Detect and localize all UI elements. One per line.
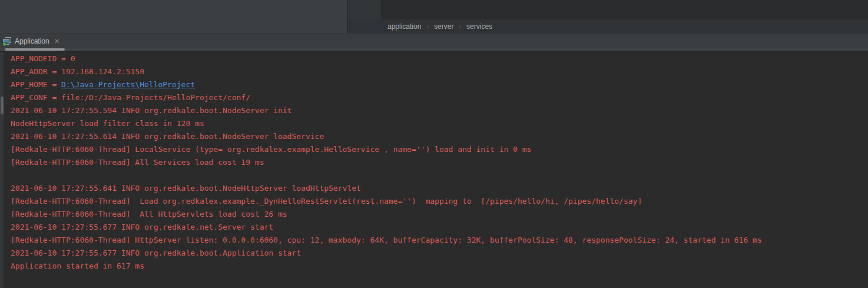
console-line: 2021-06-10 17:27:55.614 INFO org.redkale… [11, 130, 868, 143]
breadcrumb-item-services[interactable]: services [466, 22, 492, 31]
run-tool-window-tab-bar: Application ✕ [0, 34, 868, 52]
console-line: APP_ADDR = 192.168.124.2:5150 [11, 65, 868, 78]
console-line: [Redkale-HTTP:6060-Thread] LocalService … [11, 143, 868, 156]
log-text: APP_NODEID = 0 [11, 54, 75, 63]
log-text: APP_CONF = file:/D:/Java-Projects/HelloP… [11, 93, 250, 102]
log-text: [Redkale-HTTP:6060-Thread] LocalService … [11, 145, 531, 154]
breadcrumb: application›server›services [348, 19, 868, 34]
console-line: 2021-06-10 17:27:55.677 INFO org.redkale… [11, 247, 868, 260]
log-text: APP_ADDR = 192.168.124.2:5150 [11, 67, 144, 76]
console-left-scrollbar-thumb[interactable] [1, 97, 4, 114]
console-line: [Redkale-HTTP:6060-Thread] Load org.redk… [11, 195, 868, 208]
tabs-scrollbar-track [0, 48, 868, 51]
console-line: [Redkale-HTTP:6060-Thread] All HttpServl… [11, 208, 868, 221]
file-path-link[interactable]: D:\Java-Projects\HelloProject [61, 80, 195, 89]
log-text: APP_HOME = [11, 80, 61, 89]
console-line: 2021-06-10 17:27:55.677 INFO org.redkale… [11, 221, 868, 234]
log-text: [Redkale-HTTP:6060-Thread] HttpServer li… [11, 236, 762, 244]
console-line: 2021-06-10 17:27:55.641 INFO org.redkale… [11, 182, 868, 195]
log-text: 2021-06-10 17:27:55.677 INFO org.redkale… [11, 249, 301, 257]
log-text: Application started in 617 ms [11, 261, 144, 270]
log-text: NodeHttpServer load filter class in 120 … [11, 119, 204, 128]
console-left-scrollbar-track [0, 52, 4, 288]
console-line: [Redkale-HTTP:6060-Thread] All Services … [11, 156, 868, 169]
console-line [11, 169, 868, 182]
log-text: [Redkale-HTTP:6060-Thread] All HttpServl… [11, 210, 287, 219]
top-divider-strip [348, 0, 382, 19]
editor-empty-panel [0, 0, 347, 34]
console-line: [Redkale-HTTP:6060-Thread] HttpServer li… [11, 234, 868, 247]
breadcrumb-item-application[interactable]: application [387, 22, 421, 31]
console-line: Application started in 617 ms [11, 260, 868, 273]
log-text: 2021-06-10 17:27:55.594 INFO org.redkale… [11, 106, 291, 115]
chevron-right-icon: › [426, 23, 429, 30]
log-text: 2021-06-10 17:27:55.677 INFO org.redkale… [11, 223, 273, 231]
log-text: [Redkale-HTTP:6060-Thread] Load org.redk… [11, 197, 642, 206]
console-line: 2021-06-10 17:27:55.594 INFO org.redkale… [11, 104, 868, 117]
tabs-scrollbar-thumb[interactable] [5, 48, 65, 51]
console-output[interactable]: APP_NODEID = 0APP_ADDR = 192.168.124.2:5… [0, 52, 868, 288]
console-icon [2, 37, 12, 46]
chevron-right-icon: › [459, 23, 461, 30]
top-right-strip [382, 0, 868, 19]
tab-application[interactable]: Application ✕ [0, 34, 64, 49]
tab-label: Application [15, 37, 49, 45]
console-line: APP_HOME = D:\Java-Projects\HelloProject [11, 78, 868, 91]
log-text: [Redkale-HTTP:6060-Thread] All Services … [11, 158, 264, 167]
log-text: 2021-06-10 17:27:55.614 INFO org.redkale… [11, 132, 324, 141]
console-line: APP_NODEID = 0 [11, 52, 868, 65]
close-icon[interactable]: ✕ [54, 38, 60, 45]
breadcrumb-item-server[interactable]: server [434, 22, 453, 31]
console-line: APP_CONF = file:/D:/Java-Projects/HelloP… [11, 91, 868, 104]
log-text: 2021-06-10 17:27:55.641 INFO org.redkale… [11, 184, 361, 193]
console-line: NodeHttpServer load filter class in 120 … [11, 117, 868, 130]
ide-run-panel: application›server›services Application … [0, 0, 868, 288]
